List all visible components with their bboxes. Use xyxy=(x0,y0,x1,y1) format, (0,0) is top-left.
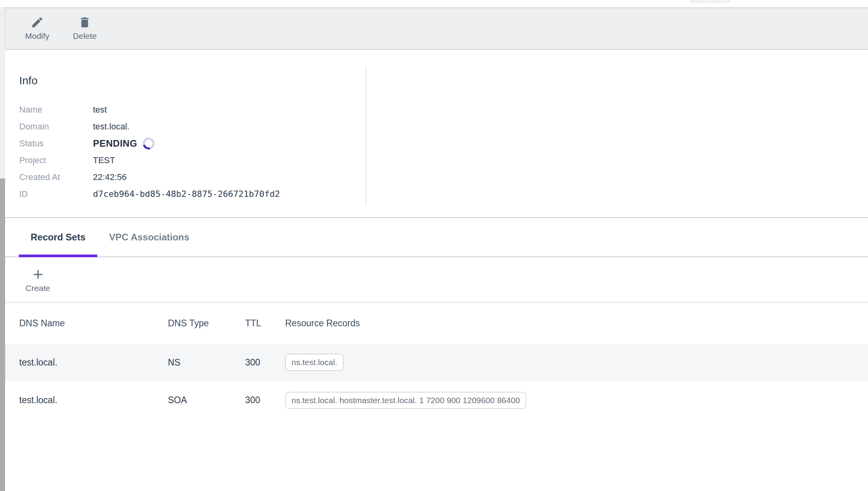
table-row[interactable]: test.local. NS 300 ns.test.local. xyxy=(5,344,868,381)
cell-dns-type: SOA xyxy=(168,395,245,406)
cell-resource-records: ns.test.local. xyxy=(285,354,868,371)
delete-button[interactable]: Delete xyxy=(70,16,100,41)
column-header-dns-name: DNS Name xyxy=(19,318,168,329)
pending-spinner-icon xyxy=(140,135,156,151)
cell-dns-name: test.local. xyxy=(19,357,168,368)
create-record-set-button[interactable]: Create xyxy=(22,267,54,293)
record-chip: ns.test.local. xyxy=(285,354,344,371)
info-row-name: Name test xyxy=(19,101,280,118)
record-set-actions-row: Create xyxy=(5,258,868,303)
field-value: test.local. xyxy=(93,122,129,132)
record-chip: ns.test.local. hostmaster.test.local. 1 … xyxy=(285,392,526,409)
column-header-ttl: TTL xyxy=(245,318,285,329)
detail-tabbar: Record Sets VPC Associations xyxy=(5,218,868,257)
field-label: Project xyxy=(19,155,93,165)
cell-resource-records: ns.test.local. hostmaster.test.local. 1 … xyxy=(285,392,868,409)
tab-vpc-associations[interactable]: VPC Associations xyxy=(97,218,201,256)
field-value: 22:42:56 xyxy=(93,172,127,182)
info-row-domain: Domain test.local. xyxy=(19,118,280,135)
info-row-created-at: Created At 22:42:56 xyxy=(19,169,280,185)
field-label: Name xyxy=(19,105,93,115)
field-value: test xyxy=(93,105,107,115)
pencil-icon xyxy=(31,16,44,29)
modify-button[interactable]: Modify xyxy=(22,16,53,41)
plus-icon xyxy=(31,267,45,282)
info-vertical-divider xyxy=(366,66,366,205)
trash-icon xyxy=(78,16,91,29)
action-toolbar: Modify Delete xyxy=(5,7,868,50)
status-badge: PENDING xyxy=(93,138,155,149)
delete-button-label: Delete xyxy=(73,31,97,41)
table-header-row: DNS Name DNS Type TTL Resource Records xyxy=(5,303,868,344)
field-label: Created At xyxy=(19,172,93,182)
field-label: ID xyxy=(19,189,93,199)
info-section-title: Info xyxy=(19,75,38,87)
field-label: Domain xyxy=(19,122,93,132)
field-value: TEST xyxy=(93,155,115,165)
browser-top-strip xyxy=(0,0,868,7)
record-sets-table: DNS Name DNS Type TTL Resource Records t… xyxy=(5,303,868,420)
info-field-list: Name test Domain test.local. Status PEND… xyxy=(19,101,280,202)
status-text: PENDING xyxy=(93,138,137,149)
modify-button-label: Modify xyxy=(25,31,49,41)
field-label: Status xyxy=(19,138,93,149)
info-row-status: Status PENDING xyxy=(19,135,280,152)
browser-tab-remnant xyxy=(689,0,730,3)
cell-dns-name: test.local. xyxy=(19,395,168,406)
column-header-dns-type: DNS Type xyxy=(168,318,245,329)
info-row-id: ID d7ceb964-bd85-48b2-8875-266721b70fd2 xyxy=(19,185,280,202)
zone-id-value: d7ceb964-bd85-48b2-8875-266721b70fd2 xyxy=(93,189,280,199)
column-header-resource-records: Resource Records xyxy=(285,318,868,329)
cell-ttl: 300 xyxy=(245,357,285,368)
left-scrollbar-thumb[interactable] xyxy=(0,178,5,491)
create-button-label: Create xyxy=(25,284,50,293)
cell-dns-type: NS xyxy=(168,357,245,368)
tab-record-sets[interactable]: Record Sets xyxy=(19,218,97,256)
cell-ttl: 300 xyxy=(245,395,285,406)
dns-zone-detail-page: Modify Delete Info Name test Domain test… xyxy=(0,0,868,491)
table-row[interactable]: test.local. SOA 300 ns.test.local. hostm… xyxy=(5,381,868,420)
left-scrollbar-track[interactable] xyxy=(0,7,5,491)
info-row-project: Project TEST xyxy=(19,152,280,169)
